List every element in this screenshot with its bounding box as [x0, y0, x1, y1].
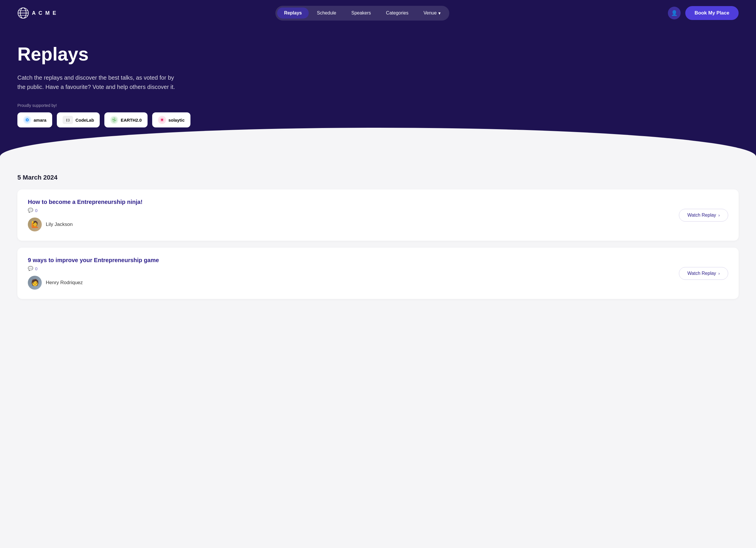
sponsor-amara[interactable]: amara	[17, 112, 52, 128]
talk-card-left: How to become a Entrepreneurship ninja! …	[28, 199, 679, 232]
header-actions: 👤 Book My Place	[668, 6, 739, 20]
content-section: 5 March 2024 How to become a Entrepreneu…	[0, 157, 756, 329]
nav-item-replays[interactable]: Replays	[277, 8, 309, 19]
speaker-avatar: 🙋	[28, 218, 42, 232]
chevron-down-icon: ▾	[438, 10, 441, 16]
main-nav: Replays Schedule Speakers Categories Ven…	[275, 6, 449, 21]
speaker-row: 🙋 Lily Jackson	[28, 218, 679, 232]
nav-item-venue[interactable]: Venue ▾	[417, 8, 448, 19]
comment-icon: 💬	[28, 266, 33, 271]
talk-card: How to become a Entrepreneurship ninja! …	[17, 190, 739, 241]
talk-title[interactable]: How to become a Entrepreneurship ninja!	[28, 199, 679, 205]
hero-section: Replays Catch the replays and discover t…	[0, 26, 756, 162]
nav-item-speakers[interactable]: Speakers	[344, 8, 378, 19]
hero-title: Replays	[17, 43, 739, 65]
speaker-name: Lily Jackson	[46, 222, 73, 228]
site-header: A C M E Replays Schedule Speakers Catego…	[0, 0, 756, 26]
sponsors-list: amara {:} CodeLab EARTH2.0	[17, 112, 739, 128]
talk-card-left: 9 ways to improve your Entrepreneurship …	[28, 257, 679, 289]
amara-icon	[24, 117, 30, 123]
hero-description: Catch the replays and discover the best …	[17, 73, 180, 92]
comment-count[interactable]: 💬 0	[28, 208, 679, 213]
user-icon: 👤	[671, 10, 677, 16]
user-profile-button[interactable]: 👤	[668, 7, 681, 19]
date-heading: 5 March 2024	[17, 174, 739, 181]
speaker-avatar: 🧑	[28, 276, 42, 289]
nav-item-categories[interactable]: Categories	[379, 8, 415, 19]
logo-icon	[17, 7, 29, 19]
earth-icon	[111, 117, 117, 123]
nav-item-schedule[interactable]: Schedule	[310, 8, 343, 19]
chevron-right-icon: ›	[718, 213, 720, 218]
sponsor-earth[interactable]: EARTH2.0	[104, 112, 148, 128]
sponsor-codelab[interactable]: {:} CodeLab	[57, 112, 100, 128]
talk-card: 9 ways to improve your Entrepreneurship …	[17, 248, 739, 299]
logo[interactable]: A C M E	[17, 7, 57, 19]
supported-by-label: Proudly supported by!	[17, 103, 739, 108]
speaker-name: Henry Rodriquez	[46, 280, 83, 285]
svg-point-7	[27, 119, 28, 121]
logo-text: A C M E	[32, 10, 57, 16]
watch-replay-button[interactable]: Watch Replay ›	[679, 209, 728, 222]
solaytic-icon	[159, 117, 165, 123]
chevron-right-icon: ›	[718, 271, 720, 276]
book-my-place-button[interactable]: Book My Place	[685, 6, 739, 20]
speaker-row: 🧑 Henry Rodriquez	[28, 276, 679, 289]
watch-replay-button[interactable]: Watch Replay ›	[679, 267, 728, 280]
sponsor-solaytic[interactable]: solaytic	[152, 112, 190, 128]
talk-title[interactable]: 9 ways to improve your Entrepreneurship …	[28, 257, 679, 264]
comment-icon: 💬	[28, 208, 33, 213]
comment-count[interactable]: 💬 0	[28, 266, 679, 271]
